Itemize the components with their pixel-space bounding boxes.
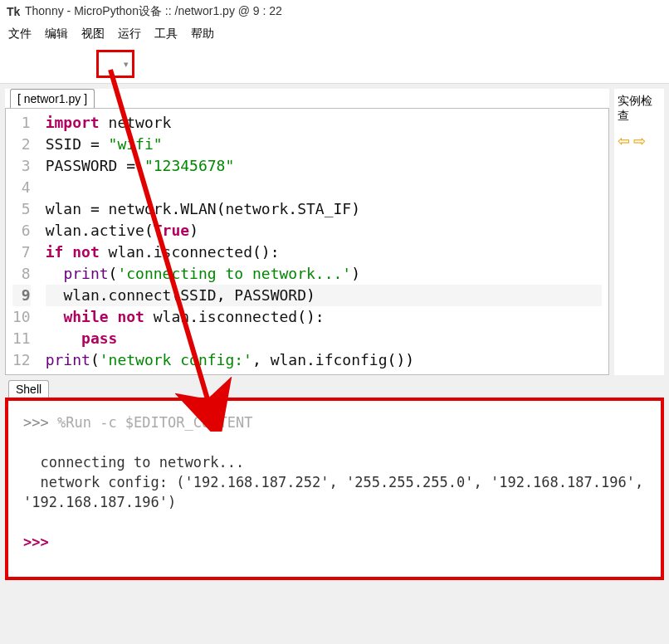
line-gutter: 1 2 3 4 5 6 7 8 9 10 11 12 xyxy=(6,109,39,374)
step-over-button[interactable] xyxy=(178,54,198,74)
resume-button[interactable] xyxy=(252,54,272,74)
window-titlebar: Tk Thonny - MicroPython设备 :: /networ1.py… xyxy=(0,0,669,23)
toolbar: ▾ STOP xyxy=(0,45,669,84)
inspector-back-button[interactable]: ⇦ xyxy=(618,132,630,150)
run-button[interactable] xyxy=(102,54,122,74)
app-icon: Tk xyxy=(7,5,20,18)
shell-prompt: >>> xyxy=(23,414,49,431)
shell-active-prompt: >>> xyxy=(23,534,49,550)
menu-file[interactable]: 文件 xyxy=(8,27,32,41)
shell-run-command: %Run -c $EDITOR_CONTENT xyxy=(57,414,252,431)
shell-output-line: network config: ('192.168.187.252', '255… xyxy=(23,474,652,510)
shell-tab[interactable]: Shell xyxy=(8,380,49,398)
menubar: 文件 编辑 视图 运行 工具 帮助 xyxy=(0,23,669,45)
debug-button[interactable] xyxy=(153,54,173,74)
run-dropdown-icon[interactable]: ▾ xyxy=(124,59,129,70)
window-title: Thonny - MicroPython设备 :: /networ1.py @ … xyxy=(25,4,282,19)
save-button[interactable] xyxy=(58,54,78,74)
code-editor[interactable]: 1 2 3 4 5 6 7 8 9 10 11 12 import networ… xyxy=(5,108,609,375)
shell-output-line: connecting to network... xyxy=(40,454,244,471)
object-inspector-pane: 实例检查 ⇦ ⇨ xyxy=(614,89,664,375)
shell-output[interactable]: >>> %Run -c $EDITOR_CONTENT connecting t… xyxy=(5,398,664,580)
menu-edit[interactable]: 编辑 xyxy=(45,27,68,41)
new-file-button[interactable] xyxy=(8,54,28,74)
stop-button[interactable]: STOP xyxy=(291,54,310,74)
step-out-button[interactable] xyxy=(227,54,247,74)
run-button-highlight: ▾ xyxy=(96,50,134,78)
menu-tools[interactable]: 工具 xyxy=(154,27,178,41)
open-file-button[interactable] xyxy=(33,54,53,74)
editor-tabs: [ networ1.py ] xyxy=(5,89,609,108)
inspector-title: 实例检查 xyxy=(614,89,664,129)
step-into-button[interactable] xyxy=(203,54,222,74)
inspector-forward-button[interactable]: ⇨ xyxy=(633,132,646,150)
menu-run[interactable]: 运行 xyxy=(118,27,141,41)
menu-help[interactable]: 帮助 xyxy=(191,27,214,41)
menu-view[interactable]: 视图 xyxy=(81,27,105,41)
code-content[interactable]: import network SSID = "wifi" PASSWORD = … xyxy=(39,109,608,374)
editor-tab-networ1[interactable]: [ networ1.py ] xyxy=(10,89,95,108)
